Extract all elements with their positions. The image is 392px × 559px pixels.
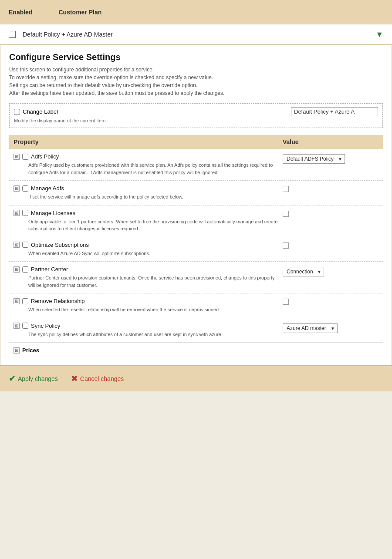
prices-label: Prices [22,347,39,354]
desc-line1: Use this screen to configure additional … [9,66,383,74]
header-value: Value [283,138,378,145]
footer-bar: ✔ Apply changes ✖ Cancel changes [0,365,392,391]
header-row: Enabled Customer Plan [0,0,392,24]
checkbox-adfs-policy[interactable] [22,154,28,160]
header-enabled-label: Enabled [9,9,32,16]
prop-name-row-sync-policy: ⊞ Sync Policy [14,323,278,329]
dropdown-checkbox[interactable] [9,31,16,38]
checkbox-manage-adfs[interactable] [22,185,28,192]
prop-right-optimize-subscriptions [283,242,378,249]
x-icon: ✖ [71,374,78,384]
prop-name-row-optimize-subscriptions: ⊞ Optimize Subscriptions [14,242,278,248]
prop-right-manage-adfs [283,185,378,192]
property-row-sync-policy: ⊞ Sync Policy The sync policy defines wh… [9,318,383,343]
outer-container: Enabled Customer Plan Default Policy + A… [0,0,392,391]
expand-btn-manage-adfs[interactable]: ⊞ [14,185,20,192]
checkbox-sync-policy[interactable] [22,323,28,329]
prop-desc-manage-adfs: If set the service will manage adfs acco… [28,193,278,201]
change-label-row: Change Label [14,107,378,116]
apply-changes-button[interactable]: ✔ Apply changes [9,372,58,385]
select-partner-center[interactable]: Connection [283,267,324,276]
select-wrapper-adfs-policy: Default ADFS Policy [283,154,345,164]
desc-line4: After the settings have been updated, th… [9,89,383,97]
cancel-changes-label: Cancel changes [80,375,124,382]
prop-left-remove-relationship: ⊞ Remove Relationship When selected the … [14,298,283,313]
value-checkbox-remove-relationship[interactable] [283,299,289,305]
prop-name-optimize-subscriptions: Optimize Subscriptions [31,242,89,248]
expand-btn-optimize-subscriptions[interactable]: ⊞ [14,242,20,248]
prop-name-row-manage-adfs: ⊞ Manage Adfs [14,185,278,192]
prop-left-optimize-subscriptions: ⊞ Optimize Subscriptions When enabled Az… [14,242,283,257]
property-row-optimize-subscriptions: ⊞ Optimize Subscriptions When enabled Az… [9,237,383,262]
cancel-changes-button[interactable]: ✖ Cancel changes [71,372,124,385]
prop-desc-sync-policy: The sync policy defines which attributes… [28,331,278,338]
prop-name-partner-center: Partner Center [31,266,68,273]
change-label-description: Modify the display name of the current i… [14,118,378,123]
check-icon: ✔ [9,374,15,384]
expand-btn-remove-relationship[interactable]: ⊞ [14,298,20,304]
prop-name-row-adfs-policy: ⊞ Adfs Policy [14,153,278,160]
prop-name-row-manage-licenses: ⊞ Manage Licenses [14,210,278,216]
dropdown-value: Default Policy + Azure AD Master [23,31,371,38]
prop-desc-manage-licenses: Only applicable to Tier 1 partner center… [28,218,278,232]
value-checkbox-manage-adfs[interactable] [283,186,289,192]
select-sync-policy[interactable]: Azure AD master [283,323,338,333]
expand-btn-prices[interactable]: ⊞ [14,347,20,354]
main-content: Configure Service Settings Use this scre… [0,45,392,365]
property-table-header: Property Value [9,135,383,149]
property-list: ⊞ Adfs Policy Adfs Policy used by custom… [9,149,383,342]
desc-line3: Settings can be returned to their defaul… [9,81,383,89]
value-checkbox-optimize-subscriptions[interactable] [283,242,289,249]
page-description: Use this screen to configure additional … [9,66,383,97]
prop-left-adfs-policy: ⊞ Adfs Policy Adfs Policy used by custom… [14,153,283,176]
property-row-remove-relationship: ⊞ Remove Relationship When selected the … [9,293,383,318]
page-title: Configure Service Settings [9,52,383,62]
change-label-left: Change Label [14,108,58,115]
prop-desc-optimize-subscriptions: When enabled Azure AD Sync will optimize… [28,250,278,257]
prop-right-adfs-policy: Default ADFS Policy [283,153,378,164]
prop-left-partner-center: ⊞ Partner Center Partner Center used to … [14,266,283,289]
prop-desc-remove-relationship: When selected the reseller relationship … [28,306,278,313]
select-wrapper-sync-policy: Azure AD master [283,323,338,333]
expand-btn-sync-policy[interactable]: ⊞ [14,323,20,329]
prop-right-partner-center: Connection [283,266,378,276]
prop-name-adfs-policy: Adfs Policy [31,153,59,160]
property-row-manage-licenses: ⊞ Manage Licenses Only applicable to Tie… [9,205,383,237]
prop-right-sync-policy: Azure AD master [283,323,378,333]
select-wrapper-partner-center: Connection [283,267,324,276]
prop-name-row-remove-relationship: ⊞ Remove Relationship [14,298,278,304]
expand-btn-partner-center[interactable]: ⊞ [14,266,20,273]
prices-row: ⊞ Prices [9,342,383,358]
expand-btn-manage-licenses[interactable]: ⊞ [14,210,20,216]
checkbox-remove-relationship[interactable] [22,298,28,304]
prop-name-manage-licenses: Manage Licenses [31,210,75,216]
header-property: Property [14,138,283,145]
checkbox-optimize-subscriptions[interactable] [22,242,28,248]
prop-name-sync-policy: Sync Policy [31,323,60,329]
prop-name-manage-adfs: Manage Adfs [31,185,64,192]
prop-right-manage-licenses [283,210,378,217]
prop-desc-adfs-policy: Adfs Policy used by customers provisione… [28,162,278,176]
change-label-input[interactable] [291,107,378,116]
prop-name-row-partner-center: ⊞ Partner Center [14,266,278,273]
property-row-adfs-policy: ⊞ Adfs Policy Adfs Policy used by custom… [9,149,383,181]
expand-btn-adfs-policy[interactable]: ⊞ [14,154,20,160]
apply-changes-label: Apply changes [18,375,58,382]
change-label-text: Change Label [23,108,58,115]
prop-name-remove-relationship: Remove Relationship [31,298,85,304]
change-label-section: Change Label Modify the display name of … [9,103,383,128]
checkbox-manage-licenses[interactable] [22,210,28,216]
prop-desc-partner-center: Partner Center used to provision custome… [28,274,278,289]
value-checkbox-manage-licenses[interactable] [283,211,289,217]
change-label-checkbox[interactable] [14,109,20,115]
checkbox-partner-center[interactable] [22,266,28,273]
prop-right-remove-relationship [283,298,378,305]
prop-left-manage-licenses: ⊞ Manage Licenses Only applicable to Tie… [14,210,283,232]
dropdown-arrow-icon[interactable]: ▼ [375,30,383,39]
prop-left-manage-adfs: ⊞ Manage Adfs If set the service will ma… [14,185,283,201]
property-row-partner-center: ⊞ Partner Center Partner Center used to … [9,262,383,293]
select-adfs-policy[interactable]: Default ADFS Policy [283,154,345,164]
property-row-manage-adfs: ⊞ Manage Adfs If set the service will ma… [9,181,383,205]
desc-line2: To override a setting, make sure the ove… [9,74,383,81]
prop-left-sync-policy: ⊞ Sync Policy The sync policy defines wh… [14,323,283,338]
